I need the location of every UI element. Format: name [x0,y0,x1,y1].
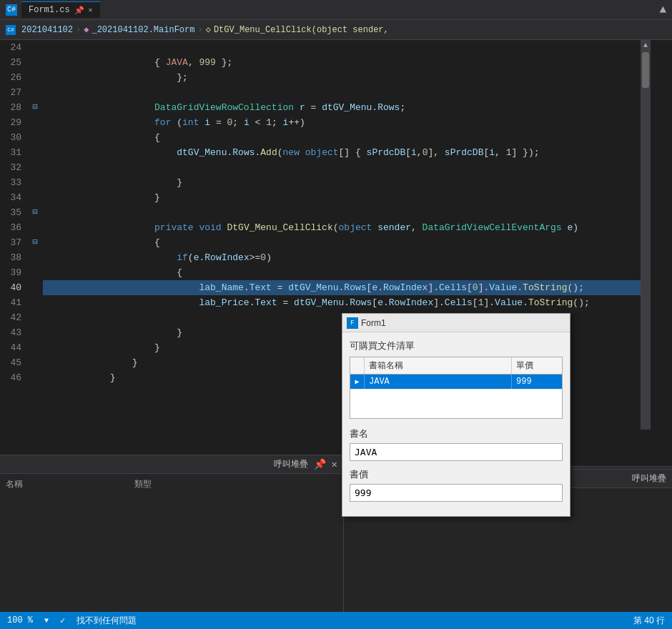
panel-header: 呼叫堆疊 📌 ✕ [0,455,343,474]
file-tab[interactable]: Form1.cs 📌 ✕ [21,1,100,18]
grid-col2-header: 單價 [512,357,562,374]
breadcrumb: C# 2021041102 › ◆ _2021041102.MainForm ›… [0,20,672,40]
status-dropdown[interactable]: ▼ [44,617,49,625]
tab-label: Form1.cs [29,5,70,15]
book-price-label: 書價 [350,468,563,481]
code-line-27: DataGridViewRowCollection r = dtGV_Menu.… [43,85,651,100]
bottom-panel: 呼叫堆疊 📌 ✕ 名稱 類型 [0,455,343,612]
status-zoom[interactable]: 100 % [7,615,33,625]
pin-icon[interactable]: 📌 [74,6,84,15]
book-name-label: 書名 [350,427,563,440]
panel-title: 呼叫堆疊 [274,458,308,470]
form1-icon: F [347,317,358,329]
grid-select-col [350,357,365,374]
col-name-header: 名稱 [6,478,134,490]
call-stack-header: 名稱 類型 [3,477,340,492]
data-grid[interactable]: 書箱名稱 單價 ▶ JAVA 999 [350,357,563,419]
panel-pin-icon[interactable]: 📌 [314,458,326,470]
grid-cell-name-1: JAVA [365,375,512,389]
breadcrumb-method-icon: ◇ [206,24,211,35]
title-bar: C# Form1.cs 📌 ✕ ▲ [0,0,672,20]
col-type-header: 類型 [134,478,337,490]
breadcrumb-form[interactable]: _2021041102.MainForm [92,25,194,35]
editor-gutter: ⊟ ⊟ ⊟ [27,40,43,430]
scroll-up-arrow[interactable]: ▲ [641,40,651,51]
grid-header: 書箱名稱 單價 [350,357,562,375]
vertical-scrollbar[interactable]: ▲ [641,40,651,430]
grid-col1-header: 書箱名稱 [365,357,512,374]
code-editor[interactable]: 24 25 26 27 28 29 30 31 32 33 34 35 36 3… [0,40,672,430]
status-no-issues: 找不到任何問題 [76,615,137,627]
panel-close-icon[interactable]: ✕ [332,458,337,470]
file-tab-icon: C# [6,4,17,16]
panel-content: 名稱 類型 [0,474,343,612]
tab-close-icon[interactable]: ✕ [89,6,93,14]
grid-cell-price-1: 999 [512,375,562,389]
form1-titlebar: F Form1 [342,314,570,332]
book-name-input[interactable] [350,443,563,461]
scroll-thumb[interactable] [642,52,649,88]
book-price-input[interactable] [350,484,563,502]
grid-empty-area [350,390,562,418]
breadcrumb-project[interactable]: 2021041102 [21,25,73,35]
status-check-icon: ✓ [60,615,65,626]
form1-window: F Form1 可購買文件清單 書箱名稱 單價 ▶ JAVA 999 書名 書價 [342,313,570,517]
call-stack-panel: 名稱 類型 [0,474,343,612]
code-line-24: { JAVA, 999 }; [43,40,651,55]
code-line-35: private void DtGV_Menu_CellClick(object … [43,205,651,220]
form1-title: Form1 [361,318,386,328]
code-line-32: } [43,160,651,175]
status-bar: 100 % ▼ ✓ 找不到任何問題 第 40 行 [0,612,672,629]
breadcrumb-form-icon: ◆ [84,24,89,35]
grid-row-1[interactable]: ▶ JAVA 999 [350,375,562,390]
line-numbers: 24 25 26 27 28 29 30 31 32 33 34 35 36 3… [0,40,27,430]
call-stack-tab[interactable]: 呼叫堆疊 [632,472,666,485]
status-line-col: 第 40 行 [633,615,665,627]
row-indicator: ▶ [350,375,365,389]
project-icon: C# [6,25,16,35]
form1-body: 可購買文件清單 書箱名稱 單價 ▶ JAVA 999 書名 書價 [342,332,570,516]
list-label: 可購買文件清單 [350,340,563,352]
expand-icon[interactable]: ▲ [659,4,666,16]
breadcrumb-method[interactable]: DtGV_Menu_CellClick(object sender, [214,25,389,35]
